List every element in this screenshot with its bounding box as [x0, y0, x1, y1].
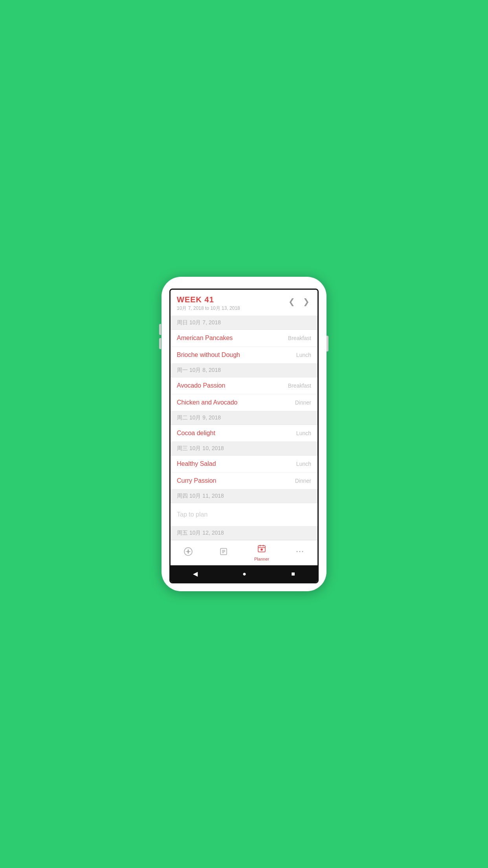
volume-buttons: [159, 324, 161, 349]
meal-type: Dinner: [295, 478, 311, 484]
svg-point-13: [302, 551, 303, 552]
meal-name: American Pancakes: [177, 335, 233, 342]
next-week-button[interactable]: ❯: [301, 297, 311, 306]
day-header-5: 周五 10月 12, 2018: [171, 526, 317, 540]
meal-name: Cocoa delight: [177, 430, 215, 437]
meal-type: Lunch: [296, 461, 311, 467]
app-header: WEEK 41 10月 7, 2018 to 10月 13, 2018 ❮ ❯: [171, 290, 317, 316]
bottom-navigation: Planner: [171, 540, 317, 565]
nav-icon-planner: [257, 544, 266, 555]
day-header-1: 周一 10月 8, 2018: [171, 364, 317, 377]
day-header-0: 周日 10月 7, 2018: [171, 316, 317, 330]
meal-row[interactable]: Healthy SaladLunch: [171, 456, 317, 473]
meal-row[interactable]: American PancakesBreakfast: [171, 330, 317, 347]
nav-icon-more: [295, 547, 305, 559]
meal-row[interactable]: Chicken and AvocadoDinner: [171, 394, 317, 411]
nav-item-more[interactable]: [295, 547, 305, 559]
nav-item-list[interactable]: [219, 547, 228, 559]
day-header-4: 周四 10月 11, 2018: [171, 489, 317, 503]
meal-name: Avocado Passion: [177, 382, 225, 389]
svg-marker-1: [185, 549, 191, 554]
svg-point-10: [261, 549, 262, 550]
svg-point-11: [296, 551, 297, 552]
nav-icon-explore: [183, 547, 193, 559]
nav-icon-list: [219, 547, 228, 559]
meal-type: Lunch: [296, 430, 311, 436]
android-back-button[interactable]: ◀: [193, 570, 198, 577]
phone-screen: WEEK 41 10月 7, 2018 to 10月 13, 2018 ❮ ❯ …: [169, 289, 319, 583]
header-nav: ❮ ❯: [287, 295, 311, 306]
meal-name: Curry Passion: [177, 477, 216, 484]
meal-type: Breakfast: [288, 335, 311, 341]
nav-label-planner: Planner: [254, 557, 269, 561]
meal-row[interactable]: Brioche without DoughLunch: [171, 347, 317, 364]
svg-point-12: [299, 551, 300, 552]
prev-week-button[interactable]: ❮: [287, 297, 297, 306]
meal-name: Healthy Salad: [177, 460, 216, 467]
week-title: WEEK 41: [177, 295, 240, 304]
header-title-block: WEEK 41 10月 7, 2018 to 10月 13, 2018: [177, 295, 240, 312]
android-home-button[interactable]: ●: [242, 570, 246, 577]
meal-type: Breakfast: [288, 383, 311, 389]
meal-name: Brioche without Dough: [177, 351, 240, 359]
day-header-2: 周二 10月 9, 2018: [171, 411, 317, 425]
android-nav-bar: ◀ ● ■: [171, 565, 317, 582]
android-recent-button[interactable]: ■: [291, 570, 295, 577]
power-button: [327, 336, 328, 351]
nav-item-planner[interactable]: Planner: [254, 544, 269, 561]
meal-row[interactable]: Curry PassionDinner: [171, 473, 317, 489]
nav-item-explore[interactable]: [183, 547, 193, 559]
day-header-3: 周三 10月 10, 2018: [171, 442, 317, 456]
meal-row[interactable]: Avocado PassionBreakfast: [171, 377, 317, 394]
meal-plan-scroll[interactable]: 周日 10月 7, 2018American PancakesBreakfast…: [171, 316, 317, 540]
meal-row[interactable]: Cocoa delightLunch: [171, 425, 317, 442]
week-dates: 10月 7, 2018 to 10月 13, 2018: [177, 305, 240, 312]
meal-type: Lunch: [296, 352, 311, 358]
meal-name: Chicken and Avocado: [177, 399, 237, 406]
phone-frame: WEEK 41 10月 7, 2018 to 10月 13, 2018 ❮ ❯ …: [161, 277, 327, 591]
tap-to-plan[interactable]: Tap to plan: [171, 503, 317, 526]
meal-type: Dinner: [295, 399, 311, 406]
